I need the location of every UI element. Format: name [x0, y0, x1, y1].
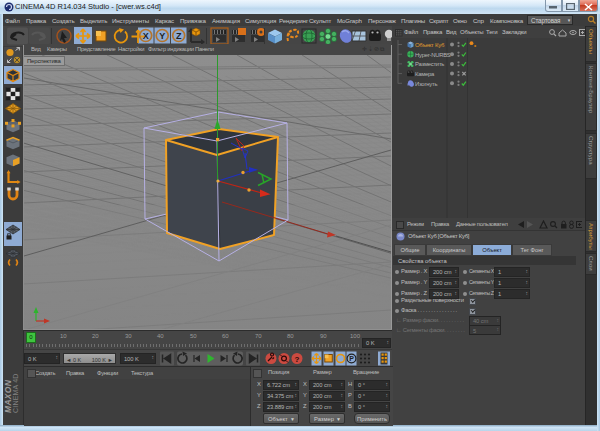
svg-text:P: P [349, 355, 354, 362]
svg-text:Объект Куб: Объект Куб [415, 42, 445, 48]
svg-text:Изогнуть: Изогнуть [415, 81, 437, 87]
svg-text:Hyper-NURBS: Hyper-NURBS [415, 52, 451, 58]
svg-text:Камера: Камера [415, 71, 435, 77]
svg-text:X: X [143, 31, 149, 41]
svg-text:?: ? [295, 355, 300, 364]
svg-text:Разместить: Разместить [415, 61, 444, 67]
svg-text:Z: Z [176, 31, 182, 41]
svg-text:Y: Y [159, 31, 165, 41]
